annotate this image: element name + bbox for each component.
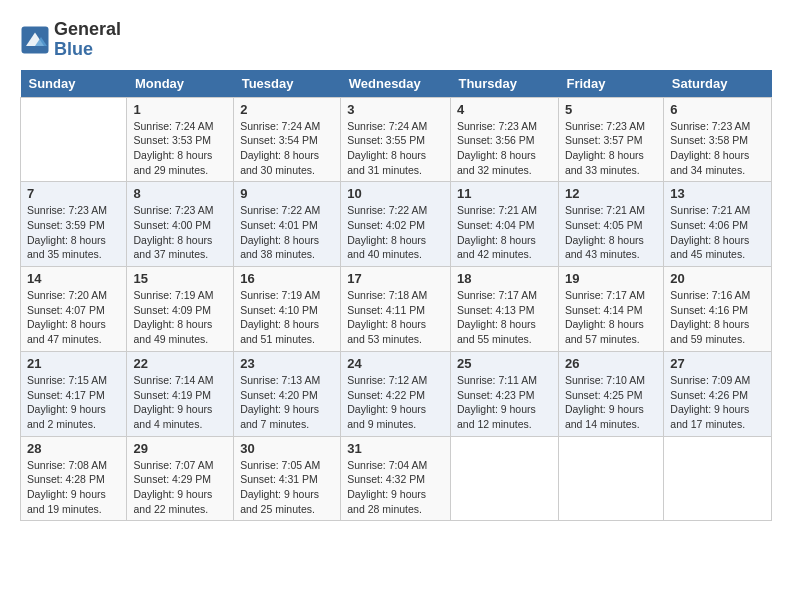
calendar-week-row: 7Sunrise: 7:23 AM Sunset: 3:59 PM Daylig… bbox=[21, 182, 772, 267]
day-info: Sunrise: 7:07 AM Sunset: 4:29 PM Dayligh… bbox=[133, 458, 227, 517]
day-info: Sunrise: 7:22 AM Sunset: 4:01 PM Dayligh… bbox=[240, 203, 334, 262]
calendar-cell: 17Sunrise: 7:18 AM Sunset: 4:11 PM Dayli… bbox=[341, 267, 451, 352]
calendar-cell bbox=[450, 436, 558, 521]
calendar-cell: 22Sunrise: 7:14 AM Sunset: 4:19 PM Dayli… bbox=[127, 351, 234, 436]
day-info: Sunrise: 7:16 AM Sunset: 4:16 PM Dayligh… bbox=[670, 288, 765, 347]
day-number: 23 bbox=[240, 356, 334, 371]
calendar-cell: 24Sunrise: 7:12 AM Sunset: 4:22 PM Dayli… bbox=[341, 351, 451, 436]
day-info: Sunrise: 7:18 AM Sunset: 4:11 PM Dayligh… bbox=[347, 288, 444, 347]
calendar-cell: 21Sunrise: 7:15 AM Sunset: 4:17 PM Dayli… bbox=[21, 351, 127, 436]
day-number: 14 bbox=[27, 271, 120, 286]
calendar-cell: 28Sunrise: 7:08 AM Sunset: 4:28 PM Dayli… bbox=[21, 436, 127, 521]
day-number: 16 bbox=[240, 271, 334, 286]
day-number: 26 bbox=[565, 356, 657, 371]
day-number: 18 bbox=[457, 271, 552, 286]
day-number: 25 bbox=[457, 356, 552, 371]
calendar-week-row: 21Sunrise: 7:15 AM Sunset: 4:17 PM Dayli… bbox=[21, 351, 772, 436]
day-number: 19 bbox=[565, 271, 657, 286]
calendar-week-row: 14Sunrise: 7:20 AM Sunset: 4:07 PM Dayli… bbox=[21, 267, 772, 352]
calendar-cell: 18Sunrise: 7:17 AM Sunset: 4:13 PM Dayli… bbox=[450, 267, 558, 352]
day-number: 2 bbox=[240, 102, 334, 117]
calendar-cell bbox=[664, 436, 772, 521]
calendar-cell: 4Sunrise: 7:23 AM Sunset: 3:56 PM Daylig… bbox=[450, 97, 558, 182]
logo: General Blue bbox=[20, 20, 121, 60]
logo-icon bbox=[20, 25, 50, 55]
weekday-header-wednesday: Wednesday bbox=[341, 70, 451, 98]
calendar-cell: 3Sunrise: 7:24 AM Sunset: 3:55 PM Daylig… bbox=[341, 97, 451, 182]
calendar-cell: 8Sunrise: 7:23 AM Sunset: 4:00 PM Daylig… bbox=[127, 182, 234, 267]
calendar-cell: 23Sunrise: 7:13 AM Sunset: 4:20 PM Dayli… bbox=[234, 351, 341, 436]
day-number: 21 bbox=[27, 356, 120, 371]
calendar-cell: 6Sunrise: 7:23 AM Sunset: 3:58 PM Daylig… bbox=[664, 97, 772, 182]
day-number: 10 bbox=[347, 186, 444, 201]
day-info: Sunrise: 7:23 AM Sunset: 3:56 PM Dayligh… bbox=[457, 119, 552, 178]
calendar-cell: 9Sunrise: 7:22 AM Sunset: 4:01 PM Daylig… bbox=[234, 182, 341, 267]
calendar-cell: 1Sunrise: 7:24 AM Sunset: 3:53 PM Daylig… bbox=[127, 97, 234, 182]
calendar-cell bbox=[21, 97, 127, 182]
day-number: 31 bbox=[347, 441, 444, 456]
day-info: Sunrise: 7:12 AM Sunset: 4:22 PM Dayligh… bbox=[347, 373, 444, 432]
day-number: 29 bbox=[133, 441, 227, 456]
calendar-cell: 15Sunrise: 7:19 AM Sunset: 4:09 PM Dayli… bbox=[127, 267, 234, 352]
calendar-cell: 2Sunrise: 7:24 AM Sunset: 3:54 PM Daylig… bbox=[234, 97, 341, 182]
day-info: Sunrise: 7:24 AM Sunset: 3:54 PM Dayligh… bbox=[240, 119, 334, 178]
day-number: 11 bbox=[457, 186, 552, 201]
day-info: Sunrise: 7:11 AM Sunset: 4:23 PM Dayligh… bbox=[457, 373, 552, 432]
weekday-header-tuesday: Tuesday bbox=[234, 70, 341, 98]
weekday-header-thursday: Thursday bbox=[450, 70, 558, 98]
day-number: 6 bbox=[670, 102, 765, 117]
day-number: 13 bbox=[670, 186, 765, 201]
day-number: 9 bbox=[240, 186, 334, 201]
calendar-cell: 27Sunrise: 7:09 AM Sunset: 4:26 PM Dayli… bbox=[664, 351, 772, 436]
weekday-header-sunday: Sunday bbox=[21, 70, 127, 98]
day-number: 4 bbox=[457, 102, 552, 117]
calendar-table: SundayMondayTuesdayWednesdayThursdayFrid… bbox=[20, 70, 772, 522]
calendar-cell: 26Sunrise: 7:10 AM Sunset: 4:25 PM Dayli… bbox=[558, 351, 663, 436]
weekday-header-monday: Monday bbox=[127, 70, 234, 98]
day-info: Sunrise: 7:13 AM Sunset: 4:20 PM Dayligh… bbox=[240, 373, 334, 432]
day-info: Sunrise: 7:20 AM Sunset: 4:07 PM Dayligh… bbox=[27, 288, 120, 347]
calendar-cell: 14Sunrise: 7:20 AM Sunset: 4:07 PM Dayli… bbox=[21, 267, 127, 352]
day-info: Sunrise: 7:24 AM Sunset: 3:53 PM Dayligh… bbox=[133, 119, 227, 178]
calendar-cell: 25Sunrise: 7:11 AM Sunset: 4:23 PM Dayli… bbox=[450, 351, 558, 436]
day-number: 7 bbox=[27, 186, 120, 201]
day-number: 15 bbox=[133, 271, 227, 286]
day-number: 5 bbox=[565, 102, 657, 117]
day-info: Sunrise: 7:21 AM Sunset: 4:05 PM Dayligh… bbox=[565, 203, 657, 262]
weekday-header-row: SundayMondayTuesdayWednesdayThursdayFrid… bbox=[21, 70, 772, 98]
calendar-cell: 20Sunrise: 7:16 AM Sunset: 4:16 PM Dayli… bbox=[664, 267, 772, 352]
day-info: Sunrise: 7:17 AM Sunset: 4:14 PM Dayligh… bbox=[565, 288, 657, 347]
weekday-header-saturday: Saturday bbox=[664, 70, 772, 98]
calendar-cell: 7Sunrise: 7:23 AM Sunset: 3:59 PM Daylig… bbox=[21, 182, 127, 267]
logo-text: General Blue bbox=[54, 20, 121, 60]
day-info: Sunrise: 7:21 AM Sunset: 4:06 PM Dayligh… bbox=[670, 203, 765, 262]
day-info: Sunrise: 7:15 AM Sunset: 4:17 PM Dayligh… bbox=[27, 373, 120, 432]
day-info: Sunrise: 7:05 AM Sunset: 4:31 PM Dayligh… bbox=[240, 458, 334, 517]
calendar-cell: 10Sunrise: 7:22 AM Sunset: 4:02 PM Dayli… bbox=[341, 182, 451, 267]
calendar-week-row: 28Sunrise: 7:08 AM Sunset: 4:28 PM Dayli… bbox=[21, 436, 772, 521]
day-info: Sunrise: 7:08 AM Sunset: 4:28 PM Dayligh… bbox=[27, 458, 120, 517]
day-number: 28 bbox=[27, 441, 120, 456]
header: General Blue bbox=[20, 20, 772, 60]
day-number: 24 bbox=[347, 356, 444, 371]
day-info: Sunrise: 7:23 AM Sunset: 3:59 PM Dayligh… bbox=[27, 203, 120, 262]
day-number: 20 bbox=[670, 271, 765, 286]
day-number: 27 bbox=[670, 356, 765, 371]
day-number: 17 bbox=[347, 271, 444, 286]
day-info: Sunrise: 7:21 AM Sunset: 4:04 PM Dayligh… bbox=[457, 203, 552, 262]
weekday-header-friday: Friday bbox=[558, 70, 663, 98]
day-number: 12 bbox=[565, 186, 657, 201]
day-info: Sunrise: 7:19 AM Sunset: 4:10 PM Dayligh… bbox=[240, 288, 334, 347]
day-info: Sunrise: 7:10 AM Sunset: 4:25 PM Dayligh… bbox=[565, 373, 657, 432]
day-number: 3 bbox=[347, 102, 444, 117]
calendar-cell: 29Sunrise: 7:07 AM Sunset: 4:29 PM Dayli… bbox=[127, 436, 234, 521]
calendar-cell: 12Sunrise: 7:21 AM Sunset: 4:05 PM Dayli… bbox=[558, 182, 663, 267]
day-info: Sunrise: 7:23 AM Sunset: 3:58 PM Dayligh… bbox=[670, 119, 765, 178]
calendar-cell: 11Sunrise: 7:21 AM Sunset: 4:04 PM Dayli… bbox=[450, 182, 558, 267]
day-info: Sunrise: 7:19 AM Sunset: 4:09 PM Dayligh… bbox=[133, 288, 227, 347]
calendar-cell: 13Sunrise: 7:21 AM Sunset: 4:06 PM Dayli… bbox=[664, 182, 772, 267]
calendar-cell: 16Sunrise: 7:19 AM Sunset: 4:10 PM Dayli… bbox=[234, 267, 341, 352]
day-info: Sunrise: 7:04 AM Sunset: 4:32 PM Dayligh… bbox=[347, 458, 444, 517]
day-number: 30 bbox=[240, 441, 334, 456]
day-number: 8 bbox=[133, 186, 227, 201]
